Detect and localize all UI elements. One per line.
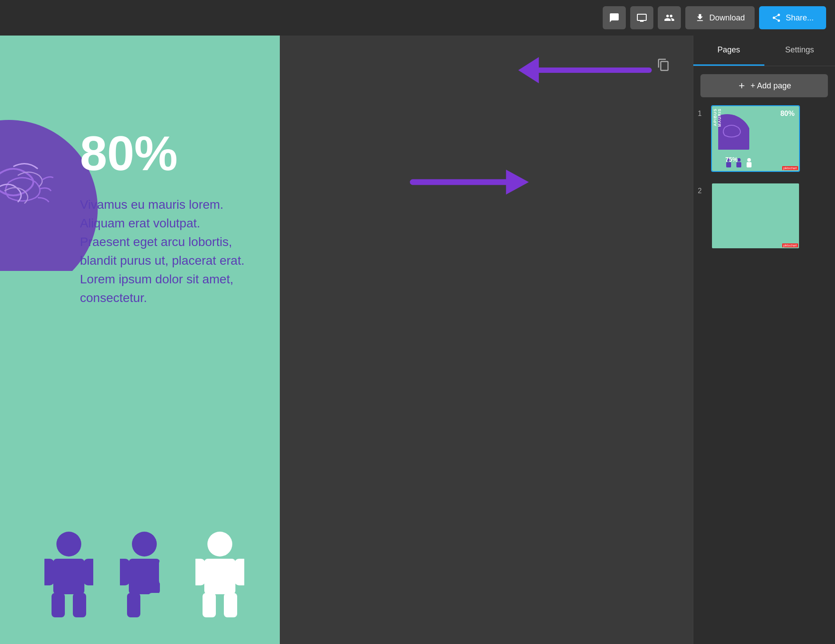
page-item-1: 1 — [698, 105, 831, 172]
collaborate-icon — [664, 12, 675, 23]
sidebar-tabs: Pages Settings — [693, 36, 835, 66]
thumb-vertical-text-1: APIBUS — [713, 108, 717, 126]
main-layout: 80% Vivamus eu mauris lorem. Aliquam era… — [0, 36, 835, 644]
svg-rect-19 — [224, 593, 237, 617]
download-label: Download — [709, 13, 745, 23]
svg-rect-15 — [204, 559, 235, 594]
svg-point-8 — [132, 532, 157, 557]
right-sidebar: Pages Settings + Add page 1 — [693, 36, 835, 644]
main-percent: 80% — [80, 129, 178, 178]
svg-rect-17 — [235, 559, 244, 585]
watermark-1: piktochart — [782, 166, 798, 170]
svg-point-30 — [748, 158, 751, 162]
present-button[interactable] — [630, 6, 653, 29]
download-icon — [695, 13, 705, 23]
person-icon-1 — [44, 529, 93, 617]
plus-icon — [737, 81, 746, 90]
svg-rect-13 — [148, 593, 162, 617]
add-page-label: + Add page — [751, 81, 791, 91]
add-page-button[interactable]: + Add page — [700, 74, 828, 97]
page-number-1: 1 — [698, 105, 707, 118]
comment-icon — [609, 12, 620, 23]
svg-marker-23 — [506, 170, 529, 195]
share-icon — [771, 13, 781, 23]
svg-rect-12 — [127, 593, 140, 617]
page-item-2: 2 piktochart — [698, 183, 831, 249]
pages-list: 1 — [693, 105, 835, 260]
slide-content: 80% Vivamus eu mauris lorem. Aliquam era… — [0, 36, 280, 644]
toolbar: Download Share... — [0, 0, 835, 36]
svg-rect-3 — [53, 559, 84, 594]
svg-rect-4 — [44, 559, 54, 585]
collaborate-button[interactable] — [658, 6, 681, 29]
thumb-vertical-text-2: MAURIS — [717, 108, 722, 127]
thumbnail-1[interactable]: APIBUS MAURIS 80% — [711, 105, 800, 172]
svg-rect-16 — [195, 559, 205, 585]
arrow-left-annotation — [511, 48, 653, 92]
svg-rect-7 — [73, 593, 86, 617]
thumb-percent-top: 80% — [780, 110, 795, 118]
svg-rect-5 — [84, 559, 93, 585]
svg-rect-18 — [203, 593, 216, 617]
svg-rect-6 — [52, 593, 65, 617]
thumbnail-wrap-1: APIBUS MAURIS 80% — [711, 105, 831, 172]
thumbnail-2[interactable]: piktochart — [711, 183, 800, 249]
person-icons — [44, 529, 244, 617]
thumb-percent-bottom: 75% — [725, 156, 738, 163]
page-number-2: 2 — [698, 183, 707, 195]
thumbnail-wrap-2: piktochart — [711, 183, 831, 249]
share-label: Share... — [786, 13, 814, 23]
body-text: Vivamus eu mauris lorem. Aliquam erat vo… — [80, 195, 249, 307]
svg-marker-21 — [518, 57, 539, 83]
svg-point-2 — [56, 532, 81, 557]
canvas-area: 80% Vivamus eu mauris lorem. Aliquam era… — [0, 36, 693, 644]
present-icon — [636, 12, 647, 23]
arrow-right-annotation — [409, 164, 533, 202]
person-icon-2 — [120, 529, 169, 617]
comment-button[interactable] — [603, 6, 626, 29]
canvas-copy-icon[interactable] — [656, 57, 672, 73]
download-button[interactable]: Download — [685, 6, 755, 29]
watermark-2: piktochart — [782, 243, 798, 247]
svg-rect-31 — [747, 162, 752, 167]
svg-rect-11 — [159, 559, 169, 585]
tab-settings[interactable]: Settings — [764, 36, 835, 66]
svg-point-14 — [207, 532, 232, 557]
svg-rect-9 — [129, 559, 160, 594]
share-button[interactable]: Share... — [759, 6, 826, 29]
tab-pages[interactable]: Pages — [693, 36, 764, 66]
person-icon-3 — [195, 529, 244, 617]
svg-rect-10 — [120, 559, 130, 585]
